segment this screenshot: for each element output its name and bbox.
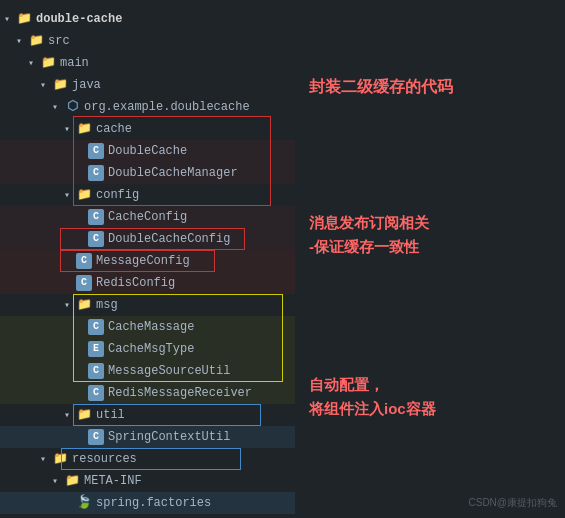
label-redis-message-receiver: RedisMessageReceiver <box>108 386 252 400</box>
label-spring-factories: spring.factories <box>96 496 211 510</box>
label-cache-config: CacheConfig <box>108 210 187 224</box>
tree-item-message-config[interactable]: C MessageConfig <box>0 250 295 272</box>
arrow-config-folder: ▾ <box>64 189 76 201</box>
pkg-icon-org-example: ⬡ <box>64 99 80 115</box>
tree-item-double-cache-class[interactable]: C DoubleCache <box>0 140 295 162</box>
c-icon-double-cache-config: C <box>88 231 104 247</box>
label-src: src <box>48 34 70 48</box>
label-message-config: MessageConfig <box>96 254 190 268</box>
tree-item-spring-factories[interactable]: 🍃 spring.factories <box>0 492 295 514</box>
label-double-cache-config: DoubleCacheConfig <box>108 232 230 246</box>
label-double-cache: double-cache <box>36 12 122 26</box>
tree-item-target[interactable]: ▶ 📁 target <box>0 514 295 518</box>
folder-icon-main: 📁 <box>40 55 56 71</box>
annotation-msg-text: 消息发布订阅相关-保证缓存一致性 <box>309 214 429 255</box>
tree-item-org-example[interactable]: ▾ ⬡ org.example.doublecache <box>0 96 295 118</box>
tree-item-meta-inf[interactable]: ▾ 📁 META-INF <box>0 470 295 492</box>
label-meta-inf: META-INF <box>84 474 142 488</box>
tree-item-cache-msg-type[interactable]: E CacheMsgType <box>0 338 295 360</box>
c-icon-double-cache-manager: C <box>88 165 104 181</box>
c-icon-redis-message-receiver: C <box>88 385 104 401</box>
arrow-resources: ▾ <box>40 453 52 465</box>
tree-container: ▾ 📁 double-cache ▾ 📁 src ▾ 📁 main ▾ 📁 ja… <box>0 8 295 518</box>
label-java: java <box>72 78 101 92</box>
label-redis-config: RedisConfig <box>96 276 175 290</box>
folder-icon-double-cache: 📁 <box>16 11 32 27</box>
label-main: main <box>60 56 89 70</box>
tree-item-redis-config[interactable]: C RedisConfig <box>0 272 295 294</box>
annotation-msg: 消息发布订阅相关-保证缓存一致性 <box>305 203 555 267</box>
c-icon-cache-config: C <box>88 209 104 225</box>
tree-item-java[interactable]: ▾ 📁 java <box>0 74 295 96</box>
label-double-cache-manager: DoubleCacheManager <box>108 166 238 180</box>
file-tree-panel: ▾ 📁 double-cache ▾ 📁 src ▾ 📁 main ▾ 📁 ja… <box>0 0 295 518</box>
e-icon-cache-msg-type: E <box>88 341 104 357</box>
tree-item-util-folder[interactable]: ▾ 📁 util <box>0 404 295 426</box>
annotation-cache: 封装二级缓存的代码 <box>305 69 555 106</box>
label-double-cache-class: DoubleCache <box>108 144 187 158</box>
c-icon-cache-massage: C <box>88 319 104 335</box>
folder-icon-meta-inf: 📁 <box>64 473 80 489</box>
arrow-org-example: ▾ <box>52 101 64 113</box>
label-cache-massage: CacheMassage <box>108 320 194 334</box>
arrow-msg-folder: ▾ <box>64 299 76 311</box>
tree-item-config-folder[interactable]: ▾ 📁 config <box>0 184 295 206</box>
c-icon-redis-config: C <box>76 275 92 291</box>
label-spring-context-util: SpringContextUtil <box>108 430 230 444</box>
tree-item-cache-config[interactable]: C CacheConfig <box>0 206 295 228</box>
c-icon-spring-context-util: C <box>88 429 104 445</box>
tree-item-cache-folder[interactable]: ▾ 📁 cache <box>0 118 295 140</box>
label-config-folder: config <box>96 188 139 202</box>
arrow-meta-inf: ▾ <box>52 475 64 487</box>
arrow-util-folder: ▾ <box>64 409 76 421</box>
tree-item-resources[interactable]: ▾ 📁 resources <box>0 448 295 470</box>
tree-item-msg-folder[interactable]: ▾ 📁 msg <box>0 294 295 316</box>
tree-item-double-cache-config[interactable]: C DoubleCacheConfig <box>0 228 295 250</box>
folder-icon-java: 📁 <box>52 77 68 93</box>
label-cache-msg-type: CacheMsgType <box>108 342 194 356</box>
folder-icon-resources: 📁 <box>52 451 68 467</box>
arrow-cache-folder: ▾ <box>64 123 76 135</box>
tree-item-redis-message-receiver[interactable]: C RedisMessageReceiver <box>0 382 295 404</box>
tree-item-main[interactable]: ▾ 📁 main <box>0 52 295 74</box>
folder-icon-util: 📁 <box>76 407 92 423</box>
folder-icon-config: 📁 <box>76 187 92 203</box>
annotation-auto-text: 自动配置，将组件注入ioc容器 <box>309 376 436 417</box>
label-org-example: org.example.doublecache <box>84 100 250 114</box>
annotation-auto: 自动配置，将组件注入ioc容器 <box>305 365 555 429</box>
arrow-src: ▾ <box>16 35 28 47</box>
label-cache-folder: cache <box>96 122 132 136</box>
label-message-source-util: MessageSourceUtil <box>108 364 230 378</box>
tree-item-cache-massage[interactable]: C CacheMassage <box>0 316 295 338</box>
folder-icon-cache: 📁 <box>76 121 92 137</box>
folder-icon-msg: 📁 <box>76 297 92 313</box>
folder-icon-src: 📁 <box>28 33 44 49</box>
annotation-panel: 封装二级缓存的代码 消息发布订阅相关-保证缓存一致性 自动配置，将组件注入ioc… <box>295 0 565 518</box>
arrow-java: ▾ <box>40 79 52 91</box>
arrow-main: ▾ <box>28 57 40 69</box>
spring-factories-icon: 🍃 <box>76 495 92 511</box>
c-icon-message-config: C <box>76 253 92 269</box>
watermark: CSDN@康提扣狗兔 <box>469 496 558 510</box>
label-resources: resources <box>72 452 137 466</box>
tree-item-src[interactable]: ▾ 📁 src <box>0 30 295 52</box>
c-icon-message-source-util: C <box>88 363 104 379</box>
arrow-double-cache: ▾ <box>4 13 16 25</box>
tree-item-double-cache-manager[interactable]: C DoubleCacheManager <box>0 162 295 184</box>
tree-item-spring-context-util[interactable]: C SpringContextUtil <box>0 426 295 448</box>
label-util-folder: util <box>96 408 125 422</box>
tree-item-message-source-util[interactable]: C MessageSourceUtil <box>0 360 295 382</box>
tree-item-double-cache[interactable]: ▾ 📁 double-cache <box>0 8 295 30</box>
label-msg-folder: msg <box>96 298 118 312</box>
c-icon-double-cache: C <box>88 143 104 159</box>
